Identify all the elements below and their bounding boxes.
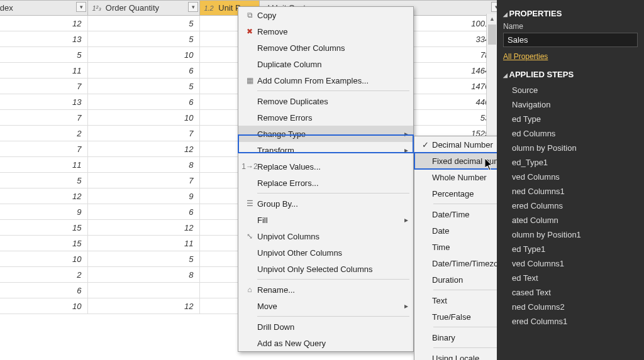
data-grid: scription Index ▾ 1²₃ Order Quantity ▾ 1… xyxy=(0,0,497,360)
applied-step[interactable]: ed_Type1 xyxy=(503,155,638,170)
table-cell[interactable]: 5 xyxy=(88,79,200,94)
table-cell[interactable]: 13 xyxy=(0,94,88,110)
table-cell[interactable]: 15 xyxy=(0,220,88,236)
table-cell[interactable]: 6 xyxy=(88,204,200,220)
table-cell[interactable]: 5 xyxy=(0,173,88,188)
menu-drill-down[interactable]: Drill Down xyxy=(238,319,413,335)
table-cell[interactable]: 11 xyxy=(0,63,88,79)
check-icon: ✓ xyxy=(418,140,432,150)
filter-dropdown-icon[interactable]: ▾ xyxy=(76,2,86,12)
menu-transform[interactable]: Transform xyxy=(238,142,413,158)
applied-step[interactable]: ned Columns2 xyxy=(503,300,638,314)
column-context-menu: ⧉Copy ✖Remove Remove Other Columns Dupli… xyxy=(238,6,414,352)
table-cell[interactable]: 6 xyxy=(0,283,88,298)
name-input[interactable]: Sales xyxy=(503,33,638,47)
menu-rename[interactable]: ⌂Rename... xyxy=(238,281,413,298)
group-icon: ☰ xyxy=(242,198,257,209)
menu-separator xyxy=(257,316,409,317)
menu-replace-values[interactable]: 1→2Replace Values... xyxy=(238,158,413,175)
menu-move[interactable]: Move xyxy=(238,298,413,314)
table-cell[interactable]: 10 xyxy=(0,251,88,267)
add-column-icon: ▦ xyxy=(242,75,257,86)
table-cell[interactable]: 7 xyxy=(88,173,200,188)
table-cell[interactable]: 9 xyxy=(0,204,88,220)
table-cell[interactable]: 13 xyxy=(0,31,88,47)
table-cell[interactable]: 12 xyxy=(0,188,88,204)
applied-step[interactable]: olumn by Position xyxy=(503,141,638,155)
menu-unpivot[interactable]: ⤡Unpivot Columns xyxy=(238,228,413,244)
scroll-up-icon[interactable]: ▲ xyxy=(487,14,497,24)
menu-add-from-example[interactable]: ▦Add Column From Examples... xyxy=(238,72,413,89)
col-header-order-quantity[interactable]: 1²₃ Order Quantity ▾ xyxy=(88,1,200,16)
menu-replace-errors[interactable]: Replace Errors... xyxy=(238,175,413,191)
table-cell[interactable]: 7 xyxy=(0,79,88,94)
table-cell[interactable]: 15 xyxy=(0,236,88,251)
type-prefix: 1²₃ xyxy=(92,4,101,12)
applied-step[interactable]: olumn by Position1 xyxy=(503,227,638,242)
menu-unpivot-other[interactable]: Unpivot Other Columns xyxy=(238,244,413,261)
applied-step[interactable]: ved Columns xyxy=(503,170,638,184)
table-cell[interactable]: 12 xyxy=(88,220,200,236)
table-cell[interactable]: 10 xyxy=(88,47,200,63)
applied-step[interactable]: ed Text xyxy=(503,271,638,285)
table-cell[interactable]: 5 xyxy=(88,16,200,31)
applied-step[interactable]: ered Columns1 xyxy=(503,314,638,329)
table-cell[interactable]: 12 xyxy=(88,141,200,157)
table-cell[interactable]: 2 xyxy=(0,267,88,283)
menu-group-by[interactable]: ☰Group By... xyxy=(238,195,413,212)
menu-separator xyxy=(257,193,409,194)
table-cell[interactable]: 5 xyxy=(88,31,200,47)
table-cell[interactable]: 11 xyxy=(88,236,200,251)
applied-step[interactable]: ned Columns1 xyxy=(503,184,638,199)
applied-steps-header[interactable]: APPLIED STEPS xyxy=(503,70,638,79)
menu-unpivot-selected[interactable]: Unpivot Only Selected Columns xyxy=(238,261,413,277)
table-cell[interactable]: 12 xyxy=(0,16,88,31)
scroll-thumb[interactable] xyxy=(488,25,496,45)
applied-step[interactable]: ered Columns xyxy=(503,199,638,213)
menu-remove-other[interactable]: Remove Other Columns xyxy=(238,40,413,56)
applied-step[interactable]: cased Text xyxy=(503,285,638,300)
table-cell[interactable]: 11 xyxy=(0,157,88,173)
col-header-label: Order Quantity xyxy=(106,3,159,13)
col-header-description-index[interactable]: scription Index ▾ xyxy=(0,1,88,16)
menu-add-as-new-query[interactable]: Add as New Query xyxy=(238,335,413,351)
table-cell[interactable]: 8 xyxy=(88,267,200,283)
table-cell[interactable]: 10 xyxy=(0,298,88,314)
table-cell[interactable] xyxy=(88,283,200,298)
table-cell[interactable]: 9 xyxy=(88,188,200,204)
applied-step[interactable]: ved Columns1 xyxy=(503,256,638,271)
table-cell[interactable]: 7 xyxy=(0,141,88,157)
table-cell[interactable]: 8 xyxy=(88,157,200,173)
menu-copy[interactable]: ⧉Copy xyxy=(238,7,413,23)
table-cell[interactable]: 7 xyxy=(88,126,200,141)
table-cell[interactable]: 7 xyxy=(0,110,88,126)
menu-separator xyxy=(257,90,409,91)
applied-step[interactable]: ated Column xyxy=(503,213,638,227)
applied-steps-list: SourceNavigationed Typeed Columnsolumn b… xyxy=(503,83,638,329)
applied-step[interactable]: ed Columns xyxy=(503,126,638,141)
menu-duplicate[interactable]: Duplicate Column xyxy=(238,56,413,72)
applied-step[interactable]: Navigation xyxy=(503,97,638,112)
table-cell[interactable]: 12 xyxy=(88,298,200,314)
menu-remove-errors[interactable]: Remove Errors xyxy=(238,109,413,126)
all-properties-link[interactable]: All Properties xyxy=(503,52,548,61)
table-cell[interactable]: 5 xyxy=(88,251,200,267)
table-cell[interactable]: 6 xyxy=(88,63,200,79)
applied-step[interactable]: ed Type1 xyxy=(503,242,638,256)
filter-dropdown-icon[interactable]: ▾ xyxy=(188,2,198,12)
replace-icon: 1→2 xyxy=(242,161,257,172)
query-settings-panel: PROPERTIES Name Sales All Properties APP… xyxy=(497,0,644,360)
properties-header[interactable]: PROPERTIES xyxy=(503,9,638,18)
menu-change-type[interactable]: Change Type xyxy=(238,126,413,142)
table-cell[interactable]: 6 xyxy=(88,94,200,110)
menu-fill[interactable]: Fill xyxy=(238,212,413,228)
copy-icon: ⧉ xyxy=(242,9,257,21)
type-prefix: 1.2 xyxy=(204,4,213,12)
applied-step[interactable]: ed Type xyxy=(503,112,638,126)
menu-remove-duplicates[interactable]: Remove Duplicates xyxy=(238,93,413,109)
table-cell[interactable]: 5 xyxy=(0,47,88,63)
applied-step[interactable]: Source xyxy=(503,83,638,97)
table-cell[interactable]: 10 xyxy=(88,110,200,126)
menu-remove[interactable]: ✖Remove xyxy=(238,23,413,40)
table-cell[interactable]: 2 xyxy=(0,126,88,141)
